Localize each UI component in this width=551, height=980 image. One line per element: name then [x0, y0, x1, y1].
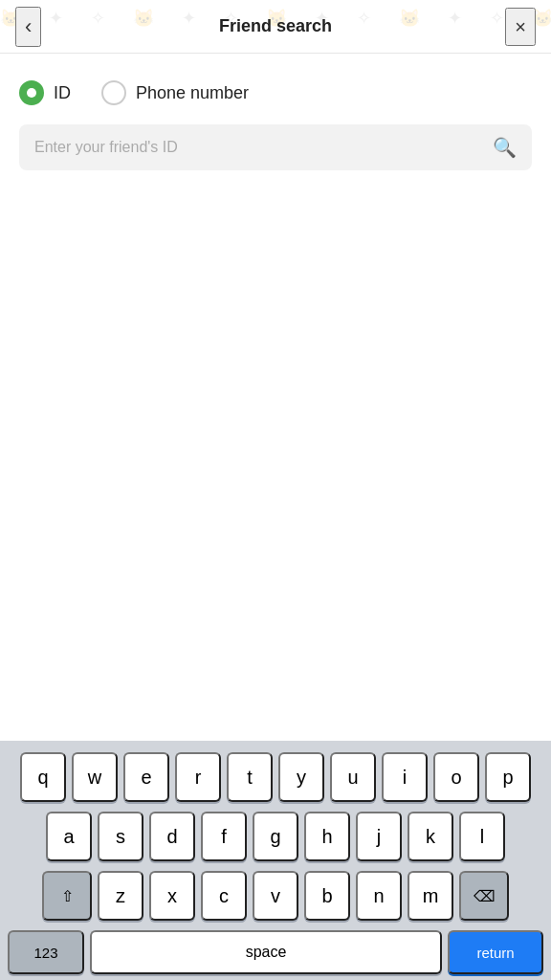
key-g[interactable]: g: [253, 812, 298, 861]
key-v[interactable]: v: [253, 871, 298, 921]
key-z[interactable]: z: [98, 871, 143, 921]
search-input[interactable]: [34, 139, 493, 156]
radio-circle-phone: [101, 80, 126, 105]
key-s[interactable]: s: [98, 812, 143, 861]
key-y[interactable]: y: [278, 752, 324, 802]
key-r[interactable]: r: [175, 752, 221, 802]
key-return[interactable]: return: [448, 930, 543, 974]
radio-option-id[interactable]: ID: [19, 80, 71, 105]
radio-circle-id: [19, 80, 44, 105]
search-container: 🔍: [19, 124, 532, 170]
key-e[interactable]: e: [123, 752, 169, 802]
key-d[interactable]: d: [149, 812, 195, 861]
key-numbers[interactable]: 123: [8, 930, 84, 974]
key-u[interactable]: u: [330, 752, 376, 802]
key-t[interactable]: t: [227, 752, 273, 802]
key-backspace[interactable]: ⌫: [459, 871, 509, 921]
keyboard-row-3: ⇧ z x c v b n m ⌫: [4, 871, 547, 921]
keyboard-row-2: a s d f g h j k l: [4, 812, 547, 861]
back-button[interactable]: ‹: [15, 7, 41, 47]
key-h[interactable]: h: [304, 812, 350, 861]
key-shift[interactable]: ⇧: [42, 871, 92, 921]
radio-option-phone[interactable]: Phone number: [101, 80, 249, 105]
key-f[interactable]: f: [201, 812, 247, 861]
key-n[interactable]: n: [356, 871, 402, 921]
keyboard-bottom-row: 123 space return: [4, 930, 547, 974]
key-k[interactable]: k: [408, 812, 453, 861]
close-button[interactable]: ×: [505, 8, 536, 46]
key-c[interactable]: c: [201, 871, 247, 921]
search-icon: 🔍: [493, 136, 517, 159]
empty-area: [19, 189, 532, 553]
key-w[interactable]: w: [72, 752, 118, 802]
keyboard: q w e r t y u i o p a s d f g h j k l ⇧ …: [0, 741, 551, 980]
key-a[interactable]: a: [46, 812, 92, 861]
page-title: Friend search: [219, 16, 332, 36]
keyboard-row-1: q w e r t y u i o p: [4, 752, 547, 802]
radio-label-id: ID: [54, 83, 71, 103]
key-i[interactable]: i: [382, 752, 428, 802]
key-q[interactable]: q: [20, 752, 66, 802]
content-area: ID Phone number 🔍: [0, 54, 551, 553]
key-space[interactable]: space: [90, 930, 442, 974]
key-l[interactable]: l: [459, 812, 505, 861]
key-o[interactable]: o: [433, 752, 479, 802]
key-x[interactable]: x: [149, 871, 195, 921]
key-m[interactable]: m: [408, 871, 453, 921]
radio-label-phone: Phone number: [136, 83, 249, 103]
key-j[interactable]: j: [356, 812, 402, 861]
key-p[interactable]: p: [485, 752, 531, 802]
header: ‹ Friend search ×: [0, 0, 551, 54]
radio-group: ID Phone number: [19, 80, 532, 105]
key-b[interactable]: b: [304, 871, 350, 921]
